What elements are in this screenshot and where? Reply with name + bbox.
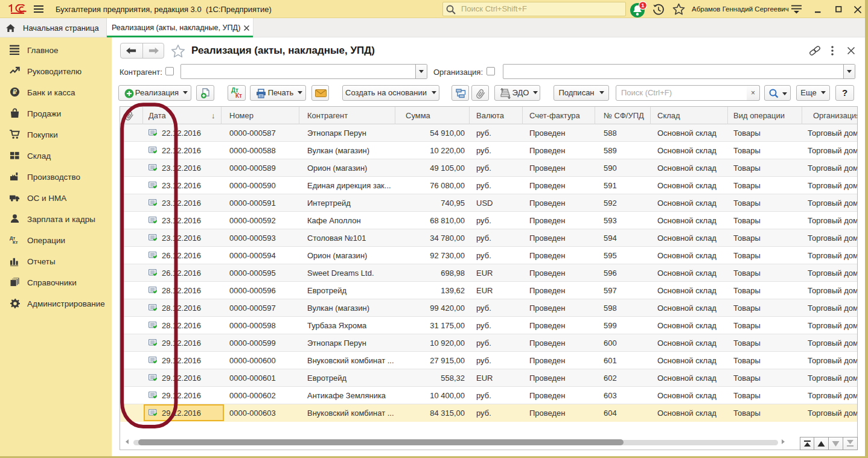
svg-text:₽: ₽ <box>13 89 17 95</box>
svg-text:Кт: Кт <box>13 240 18 245</box>
svg-text:1: 1 <box>641 2 645 8</box>
